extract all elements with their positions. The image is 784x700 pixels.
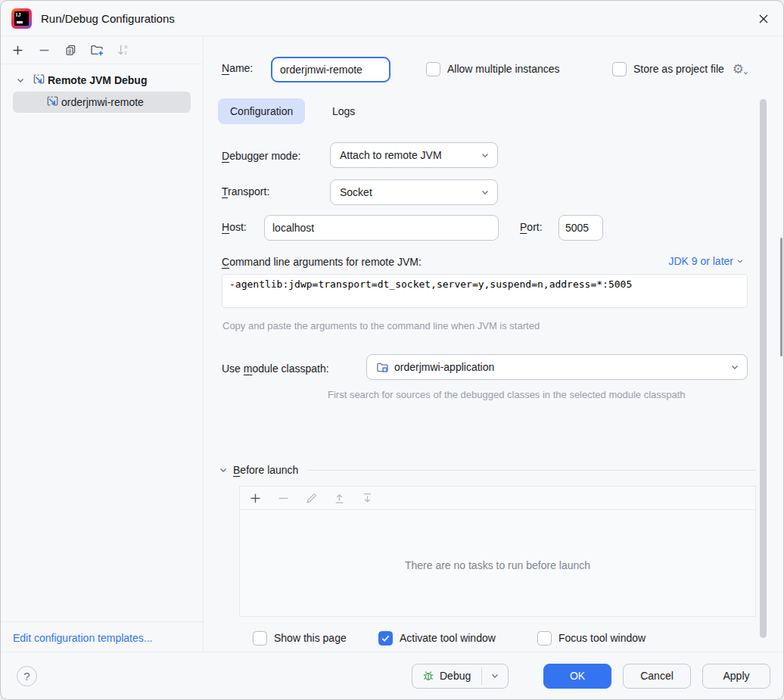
before-launch-tasks-panel: There are no tasks to run before launch <box>239 486 756 617</box>
add-configuration-icon[interactable] <box>8 41 26 59</box>
sidebar-toolbar: a z <box>1 36 203 64</box>
title-bar: IJ Run/Debug Configurations <box>1 1 783 36</box>
host-label: Host: <box>222 221 247 233</box>
debug-split-button[interactable]: Debug <box>412 664 509 689</box>
chevron-down-icon <box>735 256 745 266</box>
allow-multiple-instances-checkbox[interactable]: Allow multiple instances <box>426 61 560 77</box>
cancel-button[interactable]: Cancel <box>623 664 691 689</box>
tasks-toolbar <box>240 487 755 510</box>
configurations-sidebar: a z Remote JVM Debug <box>1 36 204 653</box>
debug-button[interactable]: Debug <box>412 664 481 688</box>
tree-group-label: Remote JVM Debug <box>48 74 147 86</box>
dialog-title: Run/Debug Configurations <box>41 12 175 25</box>
port-label: Port: <box>520 221 543 233</box>
focus-tool-window-checkbox[interactable]: Focus tool window <box>537 630 646 646</box>
cmdline-hint: Copy and paste the arguments to the comm… <box>222 319 540 333</box>
transport-label: Transport: <box>222 185 269 198</box>
transport-select[interactable]: Socket <box>330 179 498 205</box>
svg-text:z: z <box>124 49 127 56</box>
checkbox-box[interactable] <box>537 631 552 646</box>
apply-button[interactable]: Apply <box>702 664 770 689</box>
remove-configuration-icon[interactable] <box>35 41 53 59</box>
remote-debug-config-icon <box>33 73 45 88</box>
configuration-editor: Name: Allow multiple instances Store as … <box>204 36 784 653</box>
help-icon[interactable]: ? <box>17 666 37 686</box>
edit-configuration-templates-link[interactable]: Edit configuration templates... <box>13 632 152 644</box>
panel-scrollbar[interactable] <box>760 99 767 638</box>
tree-group-remote-jvm-debug[interactable]: Remote JVM Debug <box>1 70 203 90</box>
window-scrollbar[interactable] <box>780 238 782 356</box>
copy-configuration-icon[interactable] <box>61 41 79 59</box>
checkbox-box[interactable] <box>378 631 393 646</box>
move-up-icon[interactable] <box>330 489 348 507</box>
chevron-down-icon <box>729 361 741 373</box>
jdk-version-select[interactable]: JDK 9 or later <box>668 255 745 267</box>
activate-tool-window-checkbox[interactable]: Activate tool window <box>378 630 496 646</box>
new-folder-icon[interactable] <box>88 41 106 59</box>
chevron-down-icon[interactable] <box>217 464 229 476</box>
add-task-icon[interactable] <box>246 489 264 507</box>
sidebar-footer: Edit configuration templates... <box>1 621 203 653</box>
module-classpath-hint: First search for sources of the debugged… <box>328 388 721 402</box>
run-debug-configurations-dialog: IJ Run/Debug Configurations <box>0 0 784 700</box>
name-input[interactable] <box>271 57 390 82</box>
host-input[interactable] <box>264 215 499 241</box>
checkbox-box[interactable] <box>253 631 267 646</box>
before-launch-header[interactable]: Before launch <box>217 464 756 476</box>
intellij-logo-icon: IJ <box>11 8 32 29</box>
chevron-down-icon[interactable] <box>14 74 26 86</box>
module-classpath-label: Use module classpath: <box>222 362 329 375</box>
debugger-mode-label: Debugger mode: <box>222 150 300 162</box>
sort-configurations-icon[interactable]: a z <box>114 41 132 59</box>
name-label: Name: <box>222 62 253 74</box>
configuration-tree: Remote JVM Debug orderjmwi-remote <box>1 64 203 113</box>
chevron-down-icon <box>479 186 491 198</box>
module-icon <box>376 361 389 374</box>
remote-debug-config-icon <box>46 95 59 110</box>
edit-task-icon[interactable] <box>302 489 320 507</box>
tab-logs[interactable]: Logs <box>320 98 367 124</box>
chevron-down-icon <box>479 149 491 161</box>
module-classpath-select[interactable]: orderjmwi-application <box>366 354 748 380</box>
before-launch-label: Before launch <box>233 464 298 476</box>
debugger-mode-select[interactable]: Attach to remote JVM <box>330 142 498 168</box>
tree-item-label: orderjmwi-remote <box>61 96 144 108</box>
dialog-footer: ? Debug OK Cancel Apply <box>1 652 783 699</box>
cmdline-label: Command line arguments for remote JVM: <box>222 256 422 268</box>
remove-task-icon[interactable] <box>274 489 292 507</box>
gear-icon[interactable]: ⚙ <box>733 63 748 76</box>
close-icon[interactable] <box>754 10 773 28</box>
debug-options-chevron-icon[interactable] <box>482 664 508 688</box>
cmdline-arguments-field[interactable]: -agentlib:jdwp=transport=dt_socket,serve… <box>222 274 748 308</box>
move-down-icon[interactable] <box>358 489 376 507</box>
store-as-project-file-checkbox[interactable]: Store as project file ⚙ <box>612 61 748 77</box>
bug-icon <box>422 670 434 682</box>
ok-button[interactable]: OK <box>543 664 611 689</box>
checkbox-box[interactable] <box>612 62 627 76</box>
tree-item-selected[interactable]: orderjmwi-remote <box>13 92 191 113</box>
no-tasks-message: There are no tasks to run before launch <box>240 559 755 571</box>
checkbox-box[interactable] <box>426 62 440 76</box>
port-input[interactable] <box>558 215 603 241</box>
show-this-page-checkbox[interactable]: Show this page <box>253 630 347 646</box>
tab-configuration[interactable]: Configuration <box>218 98 305 124</box>
